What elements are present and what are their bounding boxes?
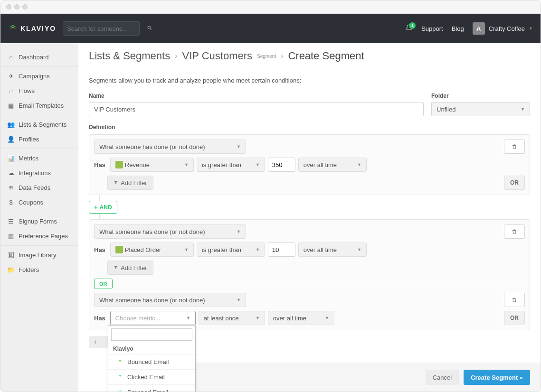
- range-select[interactable]: over all time▼: [298, 158, 367, 172]
- operator-select[interactable]: is greater than▼: [197, 243, 265, 257]
- and-button[interactable]: +AND: [89, 201, 117, 214]
- breadcrumb: Lists & Segments › VIP Customers Segment…: [89, 50, 530, 62]
- sidebar-item-label: Lists & Segments: [19, 121, 66, 128]
- condition-type-select[interactable]: What someone has done (or not done)▼: [94, 224, 246, 239]
- or-pill: OR: [94, 279, 113, 289]
- klaviyo-icon: [117, 389, 123, 392]
- sidebar: ⌂Dashboard✈Campaigns⑁Flows▤Email Templat…: [0, 43, 78, 392]
- feed-icon: ≋: [7, 184, 15, 191]
- has-label: Has: [94, 161, 105, 168]
- user-icon: 👤: [7, 136, 15, 143]
- metric-select[interactable]: Placed Order▼: [110, 243, 194, 257]
- metric-select-open[interactable]: Choose metric...▼: [110, 311, 196, 325]
- add-filter-button[interactable]: Add Filter: [107, 176, 153, 190]
- send-icon: ✈: [7, 73, 15, 80]
- notifications-badge: 1: [409, 22, 416, 29]
- footer-actions: Cancel Create Segment »: [156, 363, 541, 392]
- dollar-icon: $: [7, 199, 15, 206]
- condition-block-1: What someone has done (or not done)▼ Has…: [89, 134, 530, 195]
- sidebar-item-signup-forms[interactable]: ☰Signup Forms: [0, 214, 78, 229]
- page-description: Segments allow you to track and analyze …: [89, 77, 530, 84]
- avatar: A: [473, 22, 485, 35]
- shopify-icon: [115, 161, 123, 168]
- chevron-right-icon: ›: [281, 52, 283, 60]
- folder-value: Unfiled: [437, 106, 456, 113]
- sidebar-item-email-templates[interactable]: ▤Email Templates: [0, 98, 78, 113]
- or-button[interactable]: OR: [504, 311, 525, 325]
- dropdown-item[interactable]: Clicked Email: [108, 369, 195, 384]
- dropdown-item[interactable]: Bounced Email: [108, 354, 195, 369]
- folder-icon: 📁: [7, 266, 15, 273]
- shopify-icon: [115, 246, 123, 253]
- search-input[interactable]: [67, 25, 147, 32]
- window-dot-close[interactable]: [6, 4, 11, 9]
- sidebar-item-label: Flows: [19, 87, 35, 94]
- account-menu[interactable]: A Crafty Coffee ▼: [473, 22, 533, 35]
- sidebar-item-label: Image Library: [19, 252, 56, 259]
- operator-select[interactable]: at least once▼: [199, 311, 265, 325]
- name-label: Name: [89, 93, 424, 99]
- sidebar-item-integrations[interactable]: ☁Integrations: [0, 166, 78, 180]
- sidebar-item-profiles[interactable]: 👤Profiles: [0, 132, 78, 147]
- breadcrumb-badge: Segment: [257, 54, 276, 59]
- value-input[interactable]: [268, 243, 295, 257]
- breadcrumb-item[interactable]: VIP Customers: [182, 50, 253, 62]
- condition-block-2: What someone has done (or not done)▼ Has…: [89, 219, 530, 330]
- dropdown-section: Klaviyo: [108, 344, 195, 354]
- sidebar-item-lists-segments[interactable]: 👥Lists & Segments: [0, 117, 78, 132]
- range-select[interactable]: over all time▼: [268, 311, 334, 325]
- chevron-right-icon: ›: [175, 52, 177, 60]
- flow-icon: ⑁: [7, 87, 15, 94]
- sidebar-item-dashboard[interactable]: ⌂Dashboard: [0, 50, 78, 65]
- sidebar-item-label: Campaigns: [19, 73, 50, 80]
- brand-text: KLAVIYO: [20, 25, 56, 32]
- condition-type-select[interactable]: What someone has done (or not done)▼: [94, 140, 246, 154]
- window-dot-min[interactable]: [14, 4, 19, 9]
- cancel-button[interactable]: Cancel: [426, 370, 459, 385]
- search-box[interactable]: [63, 21, 140, 36]
- sidebar-item-metrics[interactable]: 📊Metrics: [0, 151, 78, 166]
- range-select[interactable]: over all time▼: [298, 243, 367, 257]
- breadcrumb-current: Create Segment: [288, 50, 364, 62]
- dropdown-item[interactable]: Dropped Email: [108, 384, 195, 392]
- sidebar-item-folders[interactable]: 📁Folders: [0, 262, 78, 277]
- segment-name-input[interactable]: [89, 102, 424, 116]
- chevron-down-icon: ▼: [529, 26, 533, 31]
- sidebar-item-data-feeds[interactable]: ≋Data Feeds: [0, 180, 78, 195]
- sidebar-item-preference-pages[interactable]: ▥Preference Pages: [0, 229, 78, 243]
- add-filter-button[interactable]: Add Filter: [107, 261, 153, 275]
- sidebar-item-label: Profiles: [19, 136, 39, 143]
- delete-condition-button[interactable]: [504, 293, 525, 307]
- create-segment-button[interactable]: Create Segment »: [464, 370, 530, 385]
- window-dot-max[interactable]: [22, 4, 28, 9]
- sidebar-item-coupons[interactable]: $Coupons: [0, 195, 78, 210]
- template-icon: ▤: [7, 102, 15, 109]
- breadcrumb-root[interactable]: Lists & Segments: [89, 50, 170, 62]
- sidebar-item-label: Signup Forms: [19, 218, 57, 225]
- delete-condition-button[interactable]: [504, 140, 525, 154]
- sidebar-item-label: Metrics: [19, 155, 38, 162]
- or-button[interactable]: OR: [504, 176, 525, 190]
- delete-condition-button[interactable]: [504, 224, 525, 239]
- sidebar-item-flows[interactable]: ⑁Flows: [0, 84, 78, 98]
- sidebar-item-campaigns[interactable]: ✈Campaigns: [0, 69, 78, 84]
- klaviyo-icon: [117, 374, 123, 381]
- support-link[interactable]: Support: [421, 25, 443, 32]
- operator-select[interactable]: is greater than▼: [197, 158, 265, 172]
- notifications-button[interactable]: 1: [405, 24, 413, 33]
- sidebar-item-image-library[interactable]: 🖼Image Library: [0, 248, 78, 262]
- brand-logo[interactable]: KLAVIYO: [8, 24, 56, 33]
- top-nav: KLAVIYO 1 Support Blog A Crafty Coffee ▼: [0, 14, 541, 43]
- sidebar-item-label: Dashboard: [19, 54, 49, 61]
- has-label: Has: [94, 246, 105, 253]
- condition-type-select[interactable]: What someone has done (or not done)▼: [94, 293, 246, 307]
- definition-label: Definition: [89, 124, 530, 131]
- sidebar-item-label: Email Templates: [19, 102, 64, 109]
- folder-select[interactable]: Unfiled ▼: [431, 102, 530, 116]
- pref-icon: ▥: [7, 233, 15, 240]
- metric-dropdown-search[interactable]: [111, 328, 192, 341]
- blog-link[interactable]: Blog: [452, 25, 464, 32]
- window-titlebar: [0, 0, 541, 14]
- value-input[interactable]: [268, 158, 295, 172]
- metric-select[interactable]: Revenue▼: [110, 158, 194, 172]
